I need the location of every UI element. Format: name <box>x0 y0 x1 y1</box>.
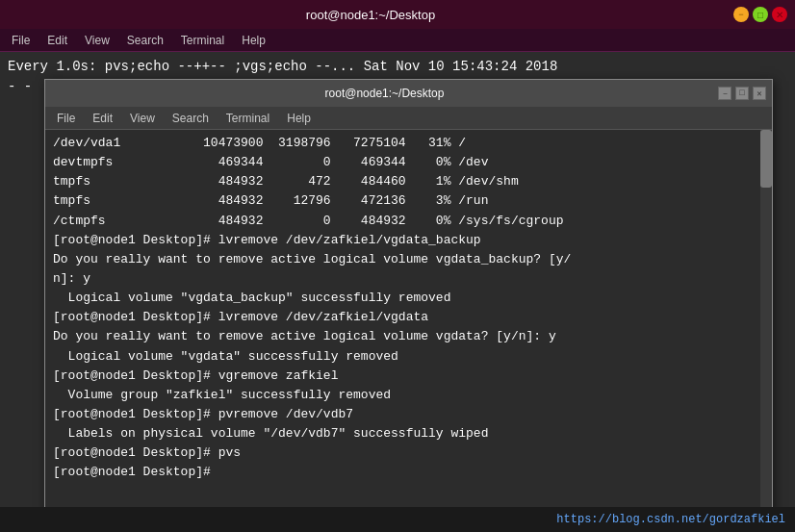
scrollbar-track[interactable] <box>760 130 772 513</box>
inner-menu-view[interactable]: View <box>122 110 163 127</box>
inner-menubar: File Edit View Search Terminal Help <box>45 107 772 130</box>
inner-close-button[interactable]: ✕ <box>753 87 766 100</box>
outer-title: root@node1:~/Desktop <box>8 8 733 22</box>
outer-menu-terminal[interactable]: Terminal <box>173 32 232 49</box>
url-label: https://blog.csdn.net/gordzafkiel <box>556 513 785 526</box>
inner-line-4: /ctmpfs 484932 0 484932 0% /sys/fs/cgrou… <box>53 212 764 231</box>
inner-line-2: tmpfs 484932 472 484460 1% /dev/shm <box>53 172 764 191</box>
outer-menu-search[interactable]: Search <box>119 32 171 49</box>
outer-menu-edit[interactable]: Edit <box>39 32 75 49</box>
inner-minimize-button[interactable]: － <box>718 87 731 100</box>
inner-line-3: tmpfs 484932 12796 472136 3% /run <box>53 191 764 211</box>
inner-line-8: Logical volume "vgdata_backup" successfu… <box>53 289 764 308</box>
inner-menu-file[interactable]: File <box>49 110 83 127</box>
inner-line-15: Labels on physical volume "/dev/vdb7" su… <box>53 424 764 443</box>
inner-line-6: Do you really want to remove active logi… <box>53 250 764 269</box>
inner-titlebar: root@node1:~/Desktop － □ ✕ <box>45 80 772 107</box>
outer-titlebar-buttons[interactable]: － □ ✕ <box>733 7 787 22</box>
outer-menu-file[interactable]: File <box>4 32 38 49</box>
inner-maximize-button[interactable]: □ <box>735 87 749 100</box>
inner-line-7: n]: y <box>53 269 764 289</box>
inner-title: root@node1:~/Desktop <box>51 87 718 100</box>
inner-line-17: [root@node1 Desktop]# ​ <box>53 463 764 482</box>
inner-line-11: Logical volume "vgdata" successfully rem… <box>53 347 764 367</box>
bottom-bar: https://blog.csdn.net/gordzafkiel <box>0 507 795 532</box>
inner-line-1: devtmpfs 469344 0 469344 0% /dev <box>53 153 764 172</box>
inner-content: /dev/vda1 10473900 3198796 7275104 31% /… <box>45 130 772 513</box>
inner-line-9: [root@node1 Desktop]# lvremove /dev/zafk… <box>53 308 764 327</box>
watch-line: Every 1.0s: pvs;echo --++-- ;vgs;echo --… <box>8 56 787 77</box>
inner-line-10: Do you really want to remove active logi… <box>53 327 764 346</box>
inner-menu-help[interactable]: Help <box>279 110 319 127</box>
inner-line-14: [root@node1 Desktop]# pvremove /dev/vdb7 <box>53 405 764 424</box>
outer-close-button[interactable]: ✕ <box>772 7 787 22</box>
inner-line-0: /dev/vda1 10473900 3198796 7275104 31% / <box>53 134 764 153</box>
inner-terminal: root@node1:~/Desktop － □ ✕ File Edit Vie… <box>44 79 773 514</box>
inner-line-5: [root@node1 Desktop]# lvremove /dev/zafk… <box>53 231 764 250</box>
inner-line-16: [root@node1 Desktop]# pvs <box>53 443 764 463</box>
inner-menu-terminal[interactable]: Terminal <box>218 110 277 127</box>
outer-menu-help[interactable]: Help <box>234 32 273 49</box>
outer-menubar: File Edit View Search Terminal Help <box>0 29 795 52</box>
inner-line-13: Volume group "zafkiel" successfully remo… <box>53 386 764 405</box>
inner-menu-edit[interactable]: Edit <box>85 110 120 127</box>
outer-titlebar: root@node1:~/Desktop － □ ✕ <box>0 0 795 29</box>
outer-menu-view[interactable]: View <box>77 32 117 49</box>
outer-minimize-button[interactable]: － <box>733 7 749 22</box>
outer-maximize-button[interactable]: □ <box>753 7 768 22</box>
inner-menu-search[interactable]: Search <box>165 110 217 127</box>
inner-line-12: [root@node1 Desktop]# vgremove zafkiel <box>53 367 764 386</box>
inner-titlebar-buttons[interactable]: － □ ✕ <box>718 87 766 100</box>
scrollbar-thumb[interactable] <box>760 130 772 188</box>
